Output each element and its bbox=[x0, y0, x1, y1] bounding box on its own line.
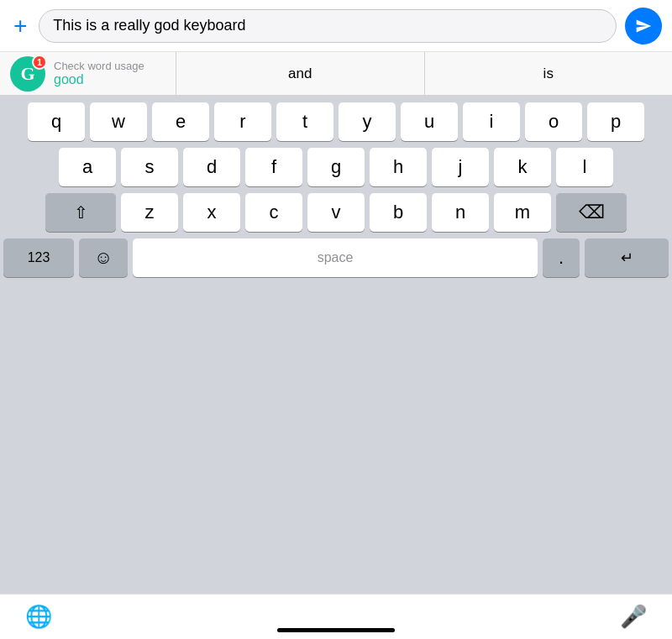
home-indicator bbox=[277, 628, 395, 632]
key-k[interactable]: k bbox=[494, 148, 551, 186]
message-input[interactable] bbox=[39, 9, 617, 43]
key-q[interactable]: q bbox=[28, 102, 85, 141]
key-j[interactable]: j bbox=[432, 148, 489, 186]
key-x[interactable]: x bbox=[183, 193, 240, 232]
key-b[interactable]: b bbox=[370, 193, 427, 232]
key-u[interactable]: u bbox=[401, 102, 458, 141]
key-z[interactable]: z bbox=[121, 193, 178, 232]
key-f[interactable]: f bbox=[245, 148, 302, 186]
key-row-1: qwertyuiop bbox=[3, 102, 669, 141]
key-w[interactable]: w bbox=[90, 102, 147, 141]
bottom-bar: 🌐 🎤 bbox=[0, 594, 672, 639]
key-a[interactable]: a bbox=[59, 148, 116, 186]
backspace-key[interactable]: ⌫ bbox=[556, 193, 627, 232]
grammarly-badge: 1 bbox=[32, 55, 47, 70]
send-icon bbox=[635, 18, 652, 34]
grammarly-text: Check word usage good bbox=[54, 60, 144, 87]
key-i[interactable]: i bbox=[463, 102, 520, 141]
send-button[interactable] bbox=[625, 8, 662, 45]
key-y[interactable]: y bbox=[339, 102, 396, 141]
globe-icon[interactable]: 🌐 bbox=[25, 604, 52, 630]
grammarly-suggestion[interactable]: G 1 Check word usage good bbox=[0, 52, 176, 95]
shift-key[interactable]: ⇧ bbox=[45, 193, 116, 232]
number-key[interactable]: 123 bbox=[3, 238, 74, 277]
key-row-2: asdfghjkl bbox=[3, 148, 669, 186]
key-row-4: 123 ☺ space . ↵ bbox=[3, 238, 669, 277]
key-c[interactable]: c bbox=[245, 193, 302, 232]
key-n[interactable]: n bbox=[432, 193, 489, 232]
key-d[interactable]: d bbox=[183, 148, 240, 186]
key-e[interactable]: e bbox=[152, 102, 209, 141]
suggestion-is[interactable]: is bbox=[425, 52, 673, 95]
top-bar: + bbox=[0, 0, 672, 52]
return-key[interactable]: ↵ bbox=[585, 238, 669, 277]
plus-button[interactable]: + bbox=[10, 14, 30, 38]
key-h[interactable]: h bbox=[370, 148, 427, 186]
grammarly-word: good bbox=[54, 72, 144, 87]
period-key[interactable]: . bbox=[543, 238, 580, 277]
grammarly-label: Check word usage bbox=[54, 60, 144, 72]
key-l[interactable]: l bbox=[556, 148, 613, 186]
key-o[interactable]: o bbox=[525, 102, 582, 141]
suggestions-bar: G 1 Check word usage good and is bbox=[0, 52, 672, 96]
emoji-key[interactable]: ☺ bbox=[79, 238, 128, 277]
space-key[interactable]: space bbox=[133, 238, 538, 277]
key-m[interactable]: m bbox=[494, 193, 551, 232]
mic-icon[interactable]: 🎤 bbox=[620, 604, 647, 630]
key-s[interactable]: s bbox=[121, 148, 178, 186]
grammarly-g-letter: G bbox=[20, 65, 34, 83]
key-g[interactable]: g bbox=[307, 148, 365, 186]
key-t[interactable]: t bbox=[276, 102, 333, 141]
grammarly-icon-wrap: G 1 bbox=[10, 56, 45, 92]
suggestion-and[interactable]: and bbox=[176, 52, 425, 95]
key-v[interactable]: v bbox=[307, 193, 365, 232]
key-r[interactable]: r bbox=[214, 102, 271, 141]
key-row-3: ⇧ zxcvbnm ⌫ bbox=[3, 193, 669, 232]
key-p[interactable]: p bbox=[587, 102, 644, 141]
keyboard: qwertyuiop asdfghjkl ⇧ zxcvbnm ⌫ 123 ☺ s… bbox=[0, 96, 672, 594]
